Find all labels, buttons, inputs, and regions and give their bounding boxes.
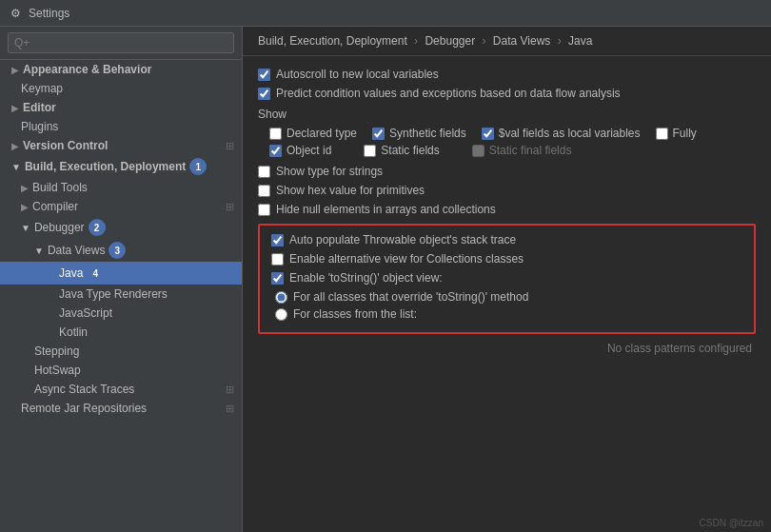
search-input[interactable] — [8, 32, 234, 53]
sidebar-item-data-views[interactable]: ▼ Data Views 3 — [0, 239, 242, 262]
sidebar-item-label: HotSwap — [34, 364, 81, 377]
autoscroll-checkbox[interactable] — [258, 69, 270, 81]
object-id-label: Object id — [287, 144, 331, 157]
object-id-checkbox[interactable] — [269, 145, 282, 157]
sidebar-item-java-type-renderers[interactable]: Java Type Renderers — [0, 285, 242, 304]
predict-label: Predict condition values and exceptions … — [276, 87, 621, 100]
sidebar-item-label: JavaScript — [59, 306, 112, 320]
sidebar-item-hotswap[interactable]: HotSwap — [0, 361, 242, 380]
breadcrumb-sep-1: › — [414, 34, 418, 48]
show-row-2: Object id Static fields Static final fie… — [269, 144, 767, 157]
sidebar-item-remote-jar[interactable]: Remote Jar Repositories ⊞ — [0, 399, 242, 418]
window-title: Settings — [29, 7, 69, 20]
remote-icon: ⊞ — [226, 403, 234, 415]
show-type-strings-checkbox[interactable] — [258, 166, 270, 178]
declared-type-item: Declared type — [269, 127, 357, 140]
show-type-strings-row: Show type for strings — [258, 165, 756, 178]
declared-type-checkbox[interactable] — [269, 128, 282, 140]
sidebar-item-editor[interactable]: ▶ Editor — [0, 98, 242, 117]
sval-fields-checkbox[interactable] — [482, 128, 494, 140]
sidebar-item-kotlin[interactable]: Kotlin — [0, 323, 242, 342]
auto-populate-row: Auto populate Throwable object's stack t… — [271, 233, 742, 246]
radio-from-list[interactable] — [275, 308, 287, 321]
enable-tostring-checkbox[interactable] — [271, 272, 284, 285]
hide-null-label: Hide null elements in arrays and collect… — [276, 203, 496, 216]
badge-4: 4 — [87, 265, 104, 282]
sidebar-item-async-stack[interactable]: Async Stack Traces ⊞ — [0, 380, 242, 399]
synthetic-fields-item: Synthetic fields — [372, 127, 466, 140]
breadcrumb-sep-3: › — [558, 34, 562, 48]
breadcrumb-part-2: Debugger — [425, 34, 475, 48]
object-id-item: Object id — [269, 144, 331, 157]
sidebar-item-stepping[interactable]: Stepping — [0, 342, 242, 361]
radio-from-list-row: For classes from the list: — [271, 307, 742, 321]
title-bar: ⚙ Settings — [0, 0, 771, 27]
show-hex-label: Show hex value for primitives — [276, 184, 425, 197]
sidebar-item-label: Remote Jar Repositories — [21, 402, 147, 415]
sval-fields-label: $val fields as local variables — [499, 127, 641, 140]
content-body: Autoscroll to new local variables Predic… — [243, 56, 771, 532]
radio-all-classes[interactable] — [275, 291, 287, 304]
sidebar-item-label: Java — [59, 266, 83, 280]
sidebar: ▶ Appearance & Behavior Keymap ▶ Editor … — [0, 27, 243, 532]
badge-1: 1 — [189, 158, 207, 175]
sidebar-item-label: Compiler — [32, 200, 78, 213]
enable-alt-view-label: Enable alternative view for Collections … — [289, 252, 524, 266]
sidebar-item-label: Appearance & Behavior — [23, 63, 151, 76]
arrow-icon: ▶ — [11, 103, 19, 113]
predict-checkbox[interactable] — [258, 88, 270, 100]
red-section: Auto populate Throwable object's stack t… — [258, 224, 756, 334]
sidebar-item-label: Async Stack Traces — [34, 383, 134, 396]
static-final-checkbox — [472, 145, 484, 157]
breadcrumb: Build, Execution, Deployment › Debugger … — [243, 27, 771, 56]
sidebar-item-debugger[interactable]: ▼ Debugger 2 — [0, 216, 242, 239]
arrow-icon: ▶ — [21, 183, 29, 193]
static-fields-label: Static fields — [381, 144, 439, 157]
sidebar-item-build-tools[interactable]: ▶ Build Tools — [0, 178, 242, 197]
sidebar-item-compiler[interactable]: ▶ Compiler ⊞ — [0, 197, 242, 216]
arrow-icon: ▶ — [21, 202, 29, 212]
async-icon: ⊞ — [226, 384, 234, 396]
enable-alt-view-checkbox[interactable] — [271, 253, 284, 266]
fully-label: Fully — [673, 127, 697, 140]
show-hex-checkbox[interactable] — [258, 185, 270, 197]
enable-tostring-row: Enable 'toString()' object view: — [271, 271, 742, 285]
sidebar-item-appearance[interactable]: ▶ Appearance & Behavior — [0, 60, 242, 79]
sidebar-item-java[interactable]: Java 4 — [0, 262, 242, 285]
radio-all-classes-label: For all classes that override 'toString(… — [293, 290, 528, 304]
static-fields-checkbox[interactable] — [364, 145, 376, 157]
sidebar-item-keymap[interactable]: Keymap — [0, 79, 242, 98]
sidebar-item-label: Stepping — [34, 345, 79, 358]
declared-type-label: Declared type — [287, 127, 357, 140]
radio-all-classes-row: For all classes that override 'toString(… — [271, 290, 742, 304]
arrow-icon: ▼ — [11, 162, 21, 172]
no-class-patterns: No class patterns configured — [258, 342, 756, 355]
sidebar-item-label: Debugger — [34, 221, 85, 234]
sidebar-item-label: Kotlin — [59, 325, 88, 339]
sidebar-item-label: Plugins — [21, 120, 58, 133]
breadcrumb-part-3: Data Views — [493, 34, 550, 48]
badge-2: 2 — [89, 219, 106, 236]
predict-row: Predict condition values and exceptions … — [258, 87, 756, 100]
autoscroll-row: Autoscroll to new local variables — [258, 68, 756, 81]
fully-checkbox[interactable] — [656, 128, 668, 140]
sidebar-item-version-control[interactable]: ▶ Version Control ⊞ — [0, 136, 242, 155]
synthetic-fields-checkbox[interactable] — [372, 128, 385, 140]
static-final-item: Static final fields — [472, 144, 572, 157]
sidebar-item-build-exec[interactable]: ▼ Build, Execution, Deployment 1 — [0, 155, 242, 178]
hide-null-checkbox[interactable] — [258, 204, 270, 216]
radio-from-list-label: For classes from the list: — [293, 307, 417, 321]
sidebar-item-label: Data Views — [48, 244, 105, 257]
arrow-icon: ▼ — [21, 223, 30, 233]
auto-populate-checkbox[interactable] — [271, 234, 284, 246]
show-section-label: Show — [258, 108, 756, 121]
search-box — [0, 27, 242, 60]
autoscroll-label: Autoscroll to new local variables — [276, 68, 439, 81]
breadcrumb-part-4: Java — [568, 34, 592, 48]
arrow-icon: ▶ — [11, 141, 19, 151]
sidebar-item-label: Build Tools — [32, 181, 88, 194]
content-area: Build, Execution, Deployment › Debugger … — [243, 27, 771, 532]
sidebar-item-label: Keymap — [21, 82, 63, 95]
sidebar-item-plugins[interactable]: Plugins — [0, 117, 242, 136]
sidebar-item-javascript[interactable]: JavaScript — [0, 304, 242, 323]
